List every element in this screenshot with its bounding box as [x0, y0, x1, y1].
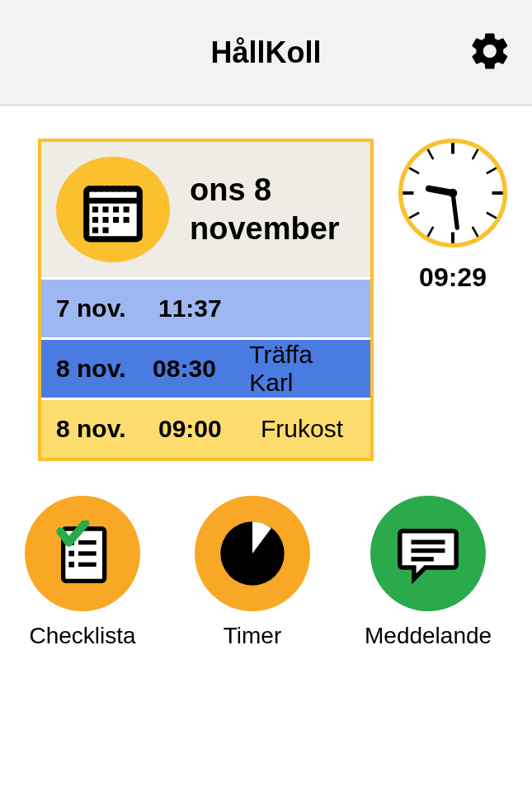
message-button[interactable]: Meddelande	[365, 496, 492, 649]
message-icon	[394, 520, 462, 587]
clock-widget: 09:29	[398, 139, 507, 461]
checklist-label: Checklista	[29, 623, 135, 649]
gear-icon	[468, 29, 512, 73]
calendar-card[interactable]: ons 8 november 7 nov. 11:37 8 nov. 08:30…	[38, 139, 374, 461]
svg-rect-8	[113, 217, 119, 223]
svg-point-27	[449, 189, 458, 198]
calendar-icon	[78, 174, 148, 245]
event-date: 7 nov.	[56, 294, 139, 323]
clock-face-icon	[398, 139, 507, 247]
checklist-button[interactable]: Checklista	[25, 496, 140, 649]
calendar-date-line1: ons 8	[190, 171, 340, 210]
timer-button[interactable]: Timer	[195, 496, 310, 649]
calendar-date-line2: november	[190, 210, 340, 249]
message-icon-badge	[370, 496, 486, 611]
settings-button[interactable]	[468, 29, 512, 77]
event-date: 8 nov.	[56, 355, 133, 383]
calendar-header: ons 8 november	[41, 142, 370, 277]
event-time: 09:00	[158, 415, 241, 443]
calendar-icon-badge	[56, 157, 170, 262]
svg-rect-3	[102, 206, 108, 212]
timer-label: Timer	[224, 623, 282, 649]
svg-rect-6	[92, 217, 98, 223]
checklist-icon	[49, 520, 115, 586]
svg-rect-11	[102, 228, 108, 233]
app-header: HållKoll	[0, 0, 532, 106]
timer-icon-badge	[195, 496, 310, 611]
event-time: 11:37	[158, 294, 241, 323]
event-row[interactable]: 8 nov. 09:00 Frukost	[41, 398, 370, 458]
clock-time: 09:29	[419, 262, 487, 293]
event-title: Frukost	[261, 415, 343, 443]
svg-rect-2	[92, 206, 98, 212]
calendar-date: ons 8 november	[190, 171, 340, 249]
message-label: Meddelande	[365, 623, 492, 649]
event-row[interactable]: 7 nov. 11:37	[41, 277, 370, 337]
svg-rect-33	[68, 562, 74, 568]
event-time: 08:30	[153, 355, 229, 383]
event-title: Träffa Karl	[249, 341, 355, 397]
timer-icon	[216, 517, 289, 590]
svg-rect-9	[124, 217, 129, 223]
app-title: HållKoll	[210, 35, 321, 70]
svg-rect-31	[68, 551, 74, 557]
svg-rect-4	[113, 206, 119, 212]
svg-rect-7	[102, 217, 108, 223]
checklist-icon-badge	[25, 496, 140, 611]
event-date: 8 nov.	[56, 415, 139, 443]
svg-rect-5	[124, 206, 129, 212]
event-row[interactable]: 8 nov. 08:30 Träffa Karl	[41, 337, 370, 398]
svg-rect-10	[92, 228, 98, 233]
